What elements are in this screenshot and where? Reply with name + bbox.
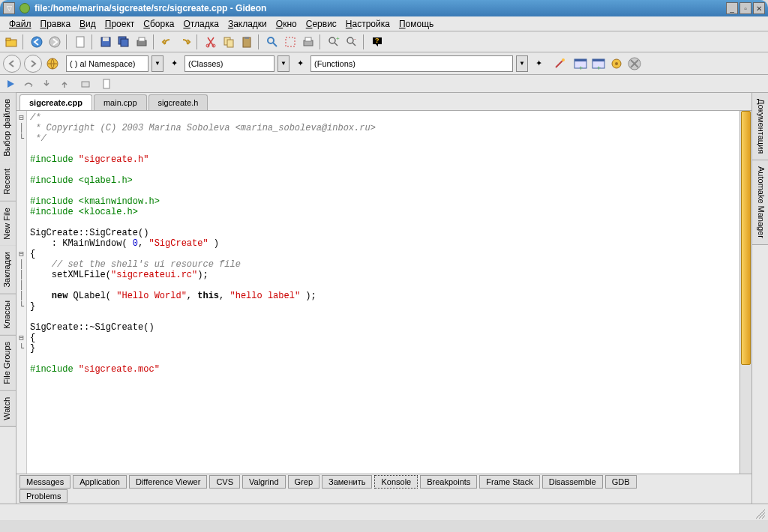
functions-dropdown[interactable]: ▼: [516, 55, 528, 72]
print2-button[interactable]: [300, 34, 316, 50]
close-button[interactable]: ✕: [753, 2, 765, 14]
scrollbar-thumb[interactable]: [741, 111, 751, 365]
btab-problems[interactable]: Problems: [20, 489, 68, 503]
window1-icon[interactable]: +: [573, 56, 588, 71]
sidebar-watch[interactable]: Watch: [0, 391, 16, 427]
nav-forward-button[interactable]: [24, 55, 42, 73]
sidebar-documentation[interactable]: Документация: [752, 93, 768, 160]
step-out-button[interactable]: [57, 76, 72, 91]
btab-replace[interactable]: Заменить: [322, 475, 372, 489]
step-over-button[interactable]: [21, 76, 36, 91]
btab-gdb[interactable]: GDB: [605, 475, 637, 489]
zoom-out-button[interactable]: -: [344, 34, 360, 50]
tab-sigcreate-h[interactable]: sigcreate.h: [148, 94, 208, 110]
new-file-button[interactable]: [72, 34, 88, 50]
menu-bookmarks[interactable]: Закладки: [224, 17, 272, 31]
menu-project[interactable]: Проект: [100, 17, 140, 31]
namespace-action[interactable]: ✦: [166, 56, 182, 71]
classes-action[interactable]: ✦: [292, 56, 308, 71]
btab-application[interactable]: Application: [73, 475, 127, 489]
app-icon: [20, 3, 30, 13]
titlebar: ▽ file:/home/marina/sigcreate/src/sigcre…: [0, 0, 768, 16]
select-button[interactable]: [282, 34, 298, 50]
zoom-in-button[interactable]: +: [326, 34, 342, 50]
maximize-button[interactable]: ▫: [740, 2, 752, 14]
svg-point-39: [615, 62, 618, 65]
forward-button[interactable]: [46, 34, 63, 50]
sidebar-file-groups[interactable]: File Groups: [0, 336, 16, 391]
sidebar-file-selector[interactable]: Выбор файлов: [0, 93, 16, 163]
menu-file[interactable]: Файл: [4, 17, 36, 31]
menu-window[interactable]: Окно: [272, 17, 302, 31]
menu-debug[interactable]: Отладка: [178, 17, 223, 31]
memory-button[interactable]: [78, 76, 93, 91]
cut-button[interactable]: [202, 34, 219, 50]
btab-konsole[interactable]: Konsole: [374, 475, 418, 489]
minimize-button[interactable]: _: [726, 2, 738, 14]
tab-sigcreate-cpp[interactable]: sigcreate.cpp: [20, 94, 92, 110]
svg-line-18: [273, 43, 277, 46]
gear-icon[interactable]: [609, 56, 624, 71]
print-button[interactable]: [134, 34, 150, 50]
btab-disassemble[interactable]: Disassemble: [542, 475, 603, 489]
btab-framestack[interactable]: Frame Stack: [479, 475, 539, 489]
menu-build[interactable]: Сборка: [139, 17, 178, 31]
resize-grip[interactable]: [753, 507, 765, 519]
open-button[interactable]: [3, 34, 20, 50]
menu-view[interactable]: Вид: [75, 17, 100, 31]
sidebar-bookmarks[interactable]: Закладки: [0, 246, 16, 294]
save-button[interactable]: [98, 34, 114, 50]
code-editor[interactable]: /* * Copyright (C) 2003 Marina Soboleva …: [27, 111, 740, 474]
btab-breakpoints[interactable]: Breakpoints: [420, 475, 477, 489]
functions-action[interactable]: ✦: [531, 56, 546, 71]
sidebar-recent[interactable]: Recent: [0, 163, 16, 202]
wand-icon[interactable]: [552, 56, 567, 71]
nav-back-button[interactable]: [3, 55, 21, 73]
menu-tools[interactable]: Сервис: [302, 17, 341, 31]
svg-point-17: [268, 37, 274, 43]
window2-icon[interactable]: +: [591, 56, 606, 71]
copy-button[interactable]: [220, 34, 237, 50]
svg-rect-10: [139, 37, 145, 41]
find-button[interactable]: [264, 34, 280, 50]
fold-gutter[interactable]: ⊟│└ ⊟││││└ ⊟└: [16, 111, 27, 474]
btab-diff[interactable]: Difference Viewer: [129, 475, 207, 489]
menu-settings[interactable]: Настройка: [341, 17, 394, 31]
doc-button[interactable]: [99, 76, 114, 91]
classes-dropdown[interactable]: ▼: [278, 55, 290, 72]
editor-tabs: sigcreate.cpp main.cpp sigcreate.h: [16, 93, 752, 111]
svg-rect-33: [574, 59, 586, 61]
step-into-button[interactable]: [39, 76, 54, 91]
menu-edit[interactable]: Правка: [36, 17, 76, 31]
save-all-button[interactable]: [116, 34, 132, 50]
btab-cvs[interactable]: CVS: [209, 475, 240, 489]
menu-help[interactable]: Помощь: [394, 17, 438, 31]
svg-rect-43: [82, 82, 89, 87]
sidebar-classes[interactable]: Классы: [0, 294, 16, 336]
svg-rect-44: [104, 79, 110, 88]
run-button[interactable]: [3, 76, 18, 91]
redo-button[interactable]: [177, 34, 194, 50]
classes-combo[interactable]: (Classes): [184, 55, 274, 72]
vertical-scrollbar[interactable]: [740, 111, 752, 474]
sidebar-automake[interactable]: Automake Manager: [752, 160, 768, 245]
globe-icon[interactable]: [45, 56, 60, 71]
sidebar-new-file[interactable]: New File: [0, 202, 16, 247]
namespace-dropdown[interactable]: ▼: [152, 55, 164, 72]
tab-main-cpp[interactable]: main.cpp: [94, 94, 147, 110]
window-menu-button[interactable]: ▽: [3, 2, 15, 14]
btab-grep[interactable]: Grep: [288, 475, 320, 489]
undo-button[interactable]: [159, 34, 176, 50]
svg-rect-21: [305, 37, 311, 41]
svg-line-30: [556, 60, 563, 67]
back-button[interactable]: [28, 34, 45, 50]
namespace-combo[interactable]: ( ) al Namespace): [66, 55, 148, 72]
svg-rect-6: [103, 37, 109, 41]
btab-valgrind[interactable]: Valgrind: [242, 475, 286, 489]
functions-combo[interactable]: (Functions): [310, 55, 513, 72]
paste-button[interactable]: [238, 34, 255, 50]
stop-icon[interactable]: [627, 56, 642, 71]
whatsthis-button[interactable]: ?: [369, 34, 386, 50]
svg-rect-1: [6, 38, 10, 40]
btab-messages[interactable]: Messages: [20, 475, 70, 489]
